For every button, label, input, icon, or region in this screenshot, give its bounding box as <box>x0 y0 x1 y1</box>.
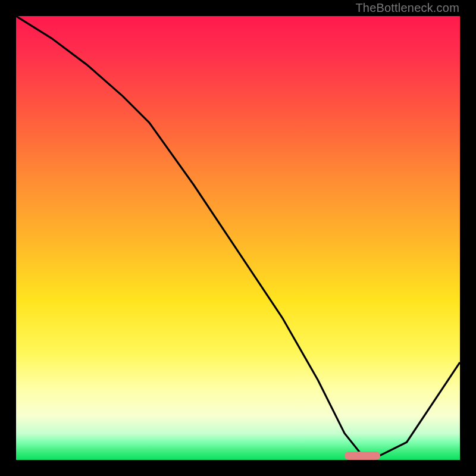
optimal-marker <box>345 452 380 460</box>
chart-curve <box>16 16 460 460</box>
chart-frame <box>14 14 462 462</box>
curve-path <box>16 16 460 456</box>
watermark-text: TheBottleneck.com <box>355 1 459 15</box>
